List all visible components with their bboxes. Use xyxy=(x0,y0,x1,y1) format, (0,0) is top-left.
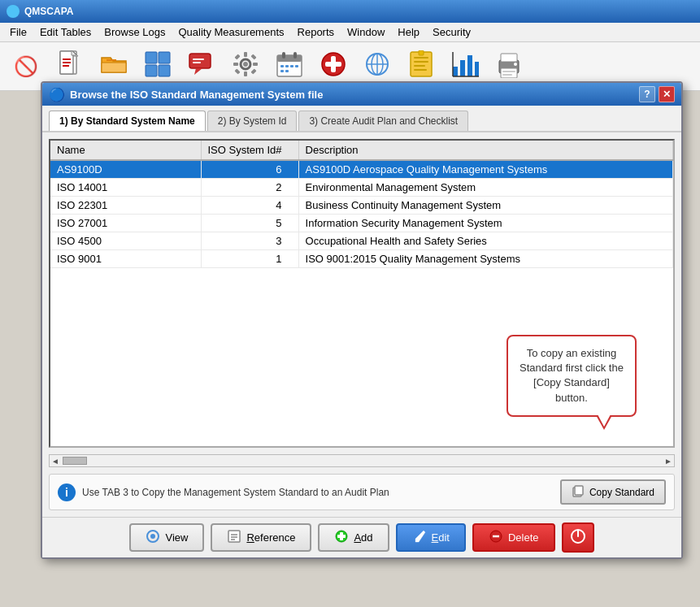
info-icon: i xyxy=(58,483,76,501)
cell-description: Business Continuity Management System xyxy=(298,197,672,215)
svg-rect-20 xyxy=(233,63,238,66)
svg-rect-50 xyxy=(460,60,465,76)
add-label: Add xyxy=(354,531,372,544)
cell-description: Occupational Health and Safety Series xyxy=(298,232,672,250)
cell-id: 3 xyxy=(201,232,298,250)
toolbar-settings[interactable] xyxy=(226,47,265,86)
menu-reports[interactable]: Reports xyxy=(291,24,341,40)
svg-rect-35 xyxy=(285,70,289,72)
power-button[interactable] xyxy=(562,522,594,553)
svg-rect-49 xyxy=(453,67,458,76)
svg-rect-32 xyxy=(290,65,293,67)
toolbar-chart[interactable] xyxy=(446,47,485,86)
toolbar-stop[interactable]: 🚫 xyxy=(7,47,46,86)
cell-name: AS9100D xyxy=(50,160,201,179)
table-row[interactable]: ISO 27001 5 Information Security Managem… xyxy=(50,215,673,232)
edit-label: Edit xyxy=(432,531,450,544)
cell-name: ISO 27001 xyxy=(50,215,201,232)
toolbar-notepad[interactable] xyxy=(402,47,441,86)
add-button[interactable]: Add xyxy=(318,523,389,552)
status-bar: i Use TAB 3 to Copy the Management Syste… xyxy=(49,474,675,510)
svg-point-17 xyxy=(243,62,248,67)
toolbar-print[interactable] xyxy=(489,47,528,86)
grid-icon xyxy=(144,50,172,83)
col-header-description: Description xyxy=(298,141,672,160)
tab-by-system-id[interactable]: 2) By System Id xyxy=(207,111,298,131)
menu-quality-measurements[interactable]: Quality Measurements xyxy=(172,24,290,40)
toolbar-chat[interactable] xyxy=(182,47,221,86)
toolbar-calendar[interactable] xyxy=(270,47,309,86)
edit-icon xyxy=(412,529,427,546)
stop-icon: 🚫 xyxy=(14,55,38,78)
scroll-thumb[interactable] xyxy=(63,457,87,465)
copy-standard-button[interactable]: Copy Standard xyxy=(560,479,666,505)
scroll-right-arrow[interactable]: ► xyxy=(664,457,672,466)
svg-marker-13 xyxy=(194,68,202,75)
tab-create-audit-plan[interactable]: 3) Create Audit Plan and Checklist xyxy=(298,111,468,131)
menu-security[interactable]: Security xyxy=(426,24,477,40)
cell-name: ISO 9001 xyxy=(50,250,201,268)
svg-rect-38 xyxy=(325,62,341,67)
edit-button[interactable]: Edit xyxy=(396,523,466,552)
svg-rect-9 xyxy=(159,52,170,63)
menu-help[interactable]: Help xyxy=(391,24,426,40)
dialog-help-button[interactable]: ? xyxy=(639,86,655,102)
notepad-icon xyxy=(409,50,433,83)
svg-rect-29 xyxy=(293,52,297,59)
svg-rect-19 xyxy=(244,72,247,76)
cell-id: 2 xyxy=(201,179,298,197)
table-row[interactable]: ISO 4500 3 Occupational Health and Safet… xyxy=(50,232,673,250)
view-label: View xyxy=(165,531,188,544)
svg-rect-59 xyxy=(502,74,512,76)
menu-edit-tables[interactable]: Edit Tables xyxy=(33,24,98,40)
svg-rect-48 xyxy=(419,50,424,55)
menu-window[interactable]: Window xyxy=(341,24,391,40)
svg-rect-44 xyxy=(414,57,428,59)
col-header-name: Name xyxy=(50,141,201,160)
action-bar: View RReferenceeference xyxy=(42,517,681,557)
dialog-close-button[interactable]: ✕ xyxy=(659,86,675,102)
table-row[interactable]: ISO 9001 1 ISO 9001:2015 Quality Managem… xyxy=(50,250,673,268)
calendar-icon xyxy=(276,50,303,83)
reference-button[interactable]: RReferenceeference xyxy=(211,523,311,552)
document-icon xyxy=(59,50,81,82)
toolbar-network[interactable] xyxy=(358,47,397,86)
cell-description: Environmental Management System xyxy=(298,179,672,197)
menu-file[interactable]: File xyxy=(3,24,33,40)
svg-rect-33 xyxy=(295,65,298,67)
svg-rect-14 xyxy=(193,59,204,60)
dialog-title-icon: 🔵 xyxy=(49,87,65,102)
svg-point-60 xyxy=(514,63,517,66)
horizontal-scrollbar[interactable]: ◄ ► xyxy=(49,454,675,467)
cell-id: 1 xyxy=(201,250,298,268)
tab-bar: 1) By Standard System Name 2) By System … xyxy=(42,106,681,132)
svg-rect-18 xyxy=(244,52,247,57)
dialog: 🔵 Browse the ISO Standard Management Sys… xyxy=(41,81,683,559)
toolbar-folder[interactable] xyxy=(94,47,133,86)
delete-button[interactable]: Delete xyxy=(472,523,555,552)
table-row[interactable]: ISO 22301 4 Business Continuity Manageme… xyxy=(50,197,673,215)
delete-icon xyxy=(489,529,503,546)
svg-rect-3 xyxy=(63,59,71,60)
toolbar-document[interactable] xyxy=(50,47,89,86)
svg-rect-21 xyxy=(253,63,258,66)
svg-rect-51 xyxy=(467,55,472,76)
scroll-left-arrow[interactable]: ◄ xyxy=(51,457,59,466)
svg-rect-45 xyxy=(414,61,428,63)
menu-browse-logs[interactable]: Browse Logs xyxy=(98,24,172,40)
chat-icon xyxy=(188,50,215,83)
svg-rect-24 xyxy=(234,68,240,74)
add-large-icon xyxy=(320,50,347,83)
table-row[interactable]: AS9100D 6 AS9100D Aerospace Quality Mana… xyxy=(50,160,673,179)
svg-rect-30 xyxy=(280,65,284,67)
toolbar-grid[interactable] xyxy=(138,47,177,86)
table-row[interactable]: ISO 14001 2 Environmental Management Sys… xyxy=(50,179,673,197)
view-button[interactable]: View xyxy=(129,523,204,552)
view-icon xyxy=(146,529,160,546)
svg-rect-5 xyxy=(63,65,69,67)
toolbar-add[interactable] xyxy=(314,47,353,86)
reference-label: RReferenceeference xyxy=(246,531,295,544)
cell-name: ISO 22301 xyxy=(50,197,201,215)
reference-icon xyxy=(227,529,241,546)
tab-by-standard-system-name[interactable]: 1) By Standard System Name xyxy=(49,111,206,131)
